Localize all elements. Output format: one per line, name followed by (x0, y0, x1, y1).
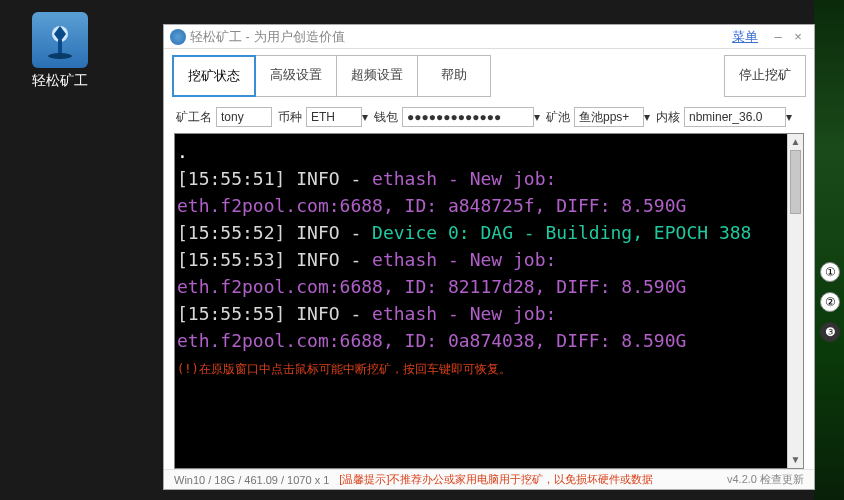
desktop-shortcut-label: 轻松矿工 (20, 72, 100, 90)
chevron-down-icon[interactable]: ▾ (644, 110, 650, 124)
scroll-up-icon[interactable]: ▲ (788, 134, 803, 150)
console-output: .[15:55:51] INFO - ethash - New job: eth… (175, 134, 787, 468)
console-area: .[15:55:51] INFO - ethash - New job: eth… (174, 133, 804, 469)
annotation-badge-3: ❸ (820, 322, 840, 342)
status-bar: Win10 / 18G / 461.09 / 1070 x 1 [温馨提示]不推… (164, 469, 814, 489)
miner-name-label: 矿工名 (176, 109, 212, 126)
scroll-thumb[interactable] (790, 150, 801, 214)
tab-overclock-settings[interactable]: 超频设置 (336, 55, 418, 97)
close-button[interactable]: × (788, 29, 808, 44)
console-scrollbar[interactable]: ▲ ▼ (787, 134, 803, 468)
kernel-label: 内核 (656, 109, 680, 126)
wallet-label: 钱包 (374, 109, 398, 126)
chevron-down-icon[interactable]: ▾ (786, 110, 792, 124)
config-bar: 矿工名 币种 ▾ 钱包 ▾ 矿池 ▾ 内核 ▾ (164, 103, 814, 133)
minimize-button[interactable]: – (768, 29, 788, 44)
pool-label: 矿池 (546, 109, 570, 126)
desktop-shortcut[interactable]: 轻松矿工 (20, 12, 100, 90)
app-window: 轻松矿工 - 为用户创造价值 菜单 – × 挖矿状态 高级设置 超频设置 帮助 … (163, 24, 815, 490)
svg-rect-1 (58, 40, 62, 54)
status-tip: [温馨提示]不推荐办公或家用电脑用于挖矿，以免损坏硬件或数据 (339, 472, 653, 487)
miner-name-input[interactable] (216, 107, 272, 127)
wallet-select[interactable] (402, 107, 534, 127)
app-logo-icon (32, 12, 88, 68)
window-title: 轻松矿工 - 为用户创造价值 (190, 28, 345, 46)
background-strip: ① ② ❸ (814, 0, 844, 500)
tab-advanced-settings[interactable]: 高级设置 (255, 55, 337, 97)
tab-help[interactable]: 帮助 (417, 55, 491, 97)
titlebar: 轻松矿工 - 为用户创造价值 菜单 – × (164, 25, 814, 49)
annotation-badge-2: ② (820, 292, 840, 312)
system-info: Win10 / 18G / 461.09 / 1070 x 1 (174, 474, 329, 486)
stop-mining-button[interactable]: 停止挖矿 (724, 55, 806, 97)
tab-bar: 挖矿状态 高级设置 超频设置 帮助 停止挖矿 (164, 49, 814, 103)
scroll-down-icon[interactable]: ▼ (788, 452, 803, 468)
chevron-down-icon[interactable]: ▾ (362, 110, 368, 124)
coin-label: 币种 (278, 109, 302, 126)
annotation-badge-1: ① (820, 262, 840, 282)
version-check-update[interactable]: v4.2.0 检查更新 (727, 472, 804, 487)
svg-point-2 (48, 53, 72, 59)
menu-link[interactable]: 菜单 (732, 28, 758, 46)
pool-select[interactable] (574, 107, 644, 127)
coin-select[interactable] (306, 107, 362, 127)
kernel-select[interactable] (684, 107, 786, 127)
tab-mining-status[interactable]: 挖矿状态 (172, 55, 256, 97)
chevron-down-icon[interactable]: ▾ (534, 110, 540, 124)
app-icon (170, 29, 186, 45)
